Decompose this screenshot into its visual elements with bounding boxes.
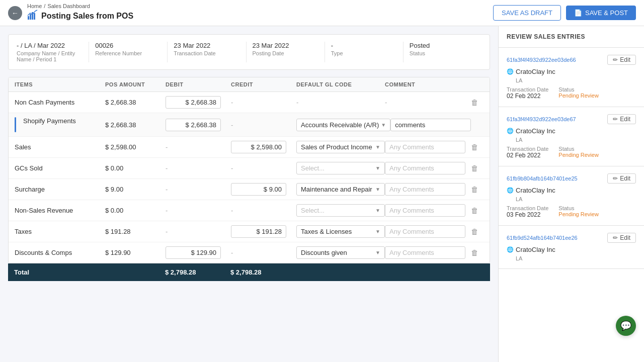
delete-icon[interactable]: 🗑 xyxy=(465,206,484,215)
meta-post-date-value: 23 Mar 2022 xyxy=(253,42,318,49)
edit-icon: ✏ xyxy=(613,56,618,63)
debit-input[interactable] xyxy=(166,119,221,131)
review-region: LA xyxy=(516,255,636,261)
item-gl[interactable]: Discounts given ▼ xyxy=(296,246,385,259)
delete-icon[interactable]: 🗑 xyxy=(465,143,484,151)
review-meta: Transaction Date 02 Feb 2022 Status Pend… xyxy=(507,86,636,100)
delete-icon[interactable]: 🗑 xyxy=(465,248,484,257)
item-comment[interactable] xyxy=(390,119,471,131)
sidebar-header: REVIEW SALES ENTRIES xyxy=(499,26,644,48)
item-gl[interactable]: Taxes & Licenses ▼ xyxy=(296,225,385,238)
review-txn-date: Transaction Date 02 Feb 2022 xyxy=(507,86,548,100)
review-edit-button[interactable]: ✏ Edit xyxy=(607,114,636,124)
item-gl: - xyxy=(296,99,385,106)
col-credit: CREDIT xyxy=(231,81,296,87)
delete-icon[interactable]: 🗑 xyxy=(465,227,484,236)
item-credit xyxy=(231,183,296,196)
item-comment[interactable] xyxy=(385,183,465,196)
comment-input[interactable] xyxy=(385,204,465,217)
debit-input[interactable] xyxy=(166,246,221,259)
meta-posting-date: 23 Mar 2022 Posting Date xyxy=(247,42,325,56)
item-debit xyxy=(166,246,231,259)
review-edit-button[interactable]: ✏ Edit xyxy=(607,55,636,65)
item-gl[interactable]: Sales of Product Income ▼ xyxy=(296,141,385,153)
item-name: Shopify Payments xyxy=(15,117,105,132)
save-post-button[interactable]: 📄 SAVE & POST xyxy=(566,6,636,20)
gl-select-text: Taxes & Licenses xyxy=(301,228,373,235)
breadcrumb-page[interactable]: Sales Dashboard xyxy=(47,3,90,9)
item-delete[interactable]: 🗑 xyxy=(465,164,484,172)
review-id-row: 61fb9d524afb164b7401ee26 ✏ Edit xyxy=(507,233,636,243)
delete-icon[interactable]: 🗑 xyxy=(465,98,484,107)
comment-input[interactable] xyxy=(385,246,465,259)
status-badge: Pending Review xyxy=(558,211,599,217)
table-row: Non Cash Payments $ 2,668.38 - - - 🗑 xyxy=(9,92,490,113)
review-id-text: 61fa3f4f4932d922ee03de66 xyxy=(507,57,576,63)
gl-select-text: Discounts given xyxy=(301,249,373,256)
credit-input[interactable] xyxy=(231,183,286,196)
gl-select[interactable]: Select... ▼ xyxy=(296,204,385,217)
review-txn-date: Transaction Date 03 Feb 2022 xyxy=(507,205,548,218)
total-label: Total xyxy=(14,268,105,276)
meta-type-value: - xyxy=(331,42,397,49)
item-gl[interactable]: Maintenance and Repair ▼ xyxy=(296,183,385,196)
sub-indicator xyxy=(15,117,16,132)
company-name: CratoClay Inc xyxy=(516,68,555,75)
chevron-down-icon: ▼ xyxy=(375,165,380,171)
save-post-label: SAVE & POST xyxy=(585,9,628,17)
review-edit-button[interactable]: ✏ Edit xyxy=(607,173,636,184)
item-delete[interactable]: 🗑 xyxy=(465,248,484,257)
delete-icon[interactable]: 🗑 xyxy=(465,185,484,194)
comment-input[interactable] xyxy=(385,141,465,153)
delete-icon[interactable]: 🗑 xyxy=(465,164,484,172)
item-comment[interactable] xyxy=(385,246,465,259)
gl-select[interactable]: Select... ▼ xyxy=(296,162,385,174)
back-button[interactable]: ← xyxy=(8,6,22,20)
credit-input[interactable] xyxy=(231,141,286,153)
edit-icon: ✏ xyxy=(613,175,618,182)
svg-rect-3 xyxy=(34,13,35,20)
item-debit: - xyxy=(166,228,231,235)
review-edit-button[interactable]: ✏ Edit xyxy=(607,233,636,243)
gl-select[interactable]: Maintenance and Repair ▼ xyxy=(296,183,385,196)
chevron-down-icon: ▼ xyxy=(381,122,386,128)
item-gl[interactable]: Select... ▼ xyxy=(296,162,385,174)
item-delete[interactable]: 🗑 xyxy=(465,227,484,236)
review-id-text: 61fb9b804afb164b7401ee25 xyxy=(507,175,578,182)
table-row: Sales $ 2,598.00 - Sales of Product Inco… xyxy=(9,137,490,158)
review-id-text: 61fb9d524afb164b7401ee26 xyxy=(507,235,578,241)
chat-button[interactable]: 💬 xyxy=(616,316,636,336)
comment-input[interactable] xyxy=(385,183,465,196)
credit-input[interactable] xyxy=(231,225,286,238)
col-pos-amount: POS Amount xyxy=(105,81,166,87)
item-name: GCs Sold xyxy=(15,164,105,172)
item-credit: - xyxy=(231,249,296,256)
item-delete[interactable]: 🗑 xyxy=(465,185,484,194)
review-region: LA xyxy=(516,77,636,83)
gl-select[interactable]: Accounts Receivable (A/R) ▼ xyxy=(296,119,390,131)
item-comment[interactable] xyxy=(385,225,465,238)
item-gl[interactable]: Select... ▼ xyxy=(296,204,385,217)
globe-icon: 🌐 xyxy=(507,68,514,75)
item-comment[interactable] xyxy=(385,162,465,174)
save-draft-button[interactable]: SAVE AS DRAFT xyxy=(493,5,561,21)
item-delete[interactable]: 🗑 xyxy=(465,143,484,151)
item-delete[interactable]: 🗑 xyxy=(465,98,484,107)
comment-input[interactable] xyxy=(390,119,471,131)
gl-select[interactable]: Sales of Product Income ▼ xyxy=(296,141,385,153)
col-actions xyxy=(465,81,484,87)
gl-select[interactable]: Taxes & Licenses ▼ xyxy=(296,225,385,238)
review-meta: Transaction Date 03 Feb 2022 Status Pend… xyxy=(507,205,636,218)
item-comment[interactable] xyxy=(385,204,465,217)
breadcrumb-home[interactable]: Home xyxy=(27,3,42,9)
debit-input[interactable] xyxy=(166,96,221,109)
item-gl[interactable]: Accounts Receivable (A/R) ▼ xyxy=(296,119,390,131)
item-delete[interactable]: 🗑 xyxy=(465,206,484,215)
meta-txn-date-value: 23 Mar 2022 xyxy=(174,42,239,49)
comment-input[interactable] xyxy=(385,162,465,174)
globe-icon: 🌐 xyxy=(507,187,514,194)
comment-input[interactable] xyxy=(385,225,465,238)
item-comment[interactable] xyxy=(385,141,465,153)
status-badge: Pending Review xyxy=(558,152,599,158)
gl-select[interactable]: Discounts given ▼ xyxy=(296,246,385,259)
